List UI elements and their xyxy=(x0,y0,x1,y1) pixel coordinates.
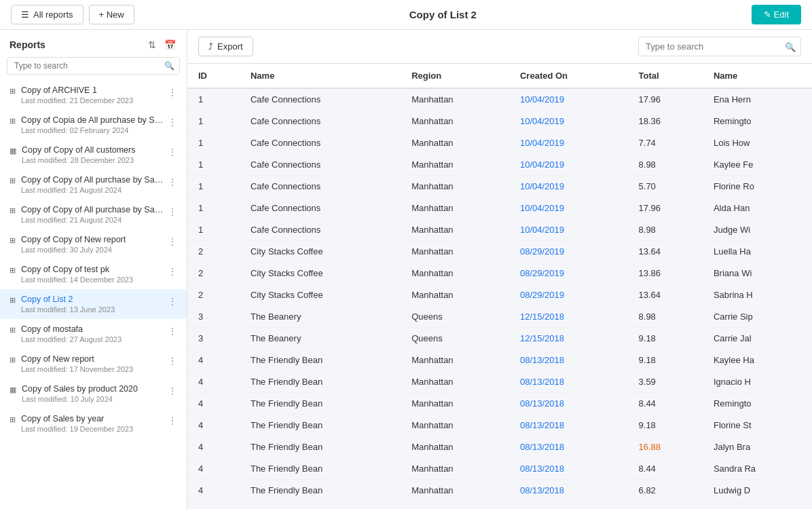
sidebar-item-menu-icon[interactable]: ⋮ xyxy=(165,86,180,99)
sidebar-item-left: ▦ Copy of Copy of All customers Last mod… xyxy=(10,145,165,164)
sort-icon-button[interactable]: ⇅ xyxy=(147,38,158,52)
cell-id: 4 xyxy=(187,415,240,436)
cell-person: Kaylee Fe xyxy=(703,154,812,176)
cell-created-on: 12/15/2018 xyxy=(509,306,628,328)
table-row: 4 The Friendly Bean Manhattan 08/13/2018… xyxy=(187,458,812,480)
cell-id: 2 xyxy=(187,263,240,284)
sidebar-item-text: Copy of Copia de All purchase by Sa... L… xyxy=(21,115,165,134)
sidebar-item-copy-all-purchase-1[interactable]: ⊞ Copy of Copy of All purchase by San...… xyxy=(0,170,187,200)
cell-total: 5.70 xyxy=(628,176,703,197)
sidebar-item-menu-icon[interactable]: ⋮ xyxy=(165,115,180,129)
new-button[interactable]: + New xyxy=(89,5,134,24)
sidebar-item-copy-mostafa[interactable]: ⊞ Copy of mostafa Last modified: 27 Augu… xyxy=(0,319,187,349)
cell-id: 4 xyxy=(187,393,240,415)
cell-region: Manhattan xyxy=(401,88,509,111)
sidebar-item-copy-archive-1[interactable]: ⊞ Copy of ARCHIVE 1 Last modified: 21 De… xyxy=(0,80,187,110)
report-icon: ⊞ xyxy=(10,415,16,424)
cell-created-on: 08/13/2018 xyxy=(509,350,628,371)
table-row: 1 Cafe Connections Manhattan 10/04/2019 … xyxy=(187,154,812,176)
sidebar-item-menu-icon[interactable]: ⋮ xyxy=(165,145,180,159)
sidebar-item-name: Copy of New report xyxy=(21,354,165,364)
cell-region: Manhattan xyxy=(401,219,509,241)
cell-person: Ludwig D xyxy=(703,480,812,502)
cell-person: Carrie Sip xyxy=(703,306,812,328)
content-search-icon: 🔍 xyxy=(785,41,796,52)
sidebar-item-left: ▦ Copy of Sales by product 2020 Last mod… xyxy=(10,384,165,403)
cell-id: 1 xyxy=(187,88,240,111)
sidebar-item-copy-all-customers[interactable]: ▦ Copy of Copy of All customers Last mod… xyxy=(0,140,187,170)
sidebar-item-menu-icon[interactable]: ⋮ xyxy=(165,175,180,189)
sidebar-item-menu-icon[interactable]: ⋮ xyxy=(165,354,180,368)
edit-button[interactable]: ✎ Edit xyxy=(752,5,801,24)
cell-created-on: 06/12/2018 xyxy=(509,502,628,510)
cell-region: Manhattan xyxy=(401,415,509,436)
table-row: 1 Cafe Connections Manhattan 10/04/2019 … xyxy=(187,219,812,241)
table-row: 3 The Beanery Queens 12/15/2018 8.98 Car… xyxy=(187,306,812,328)
cell-name: Cafe Connections xyxy=(240,154,401,176)
sidebar-item-left: ⊞ Copy of ARCHIVE 1 Last modified: 21 De… xyxy=(10,86,165,105)
cell-total: 8.44 xyxy=(628,458,703,480)
export-button[interactable]: ⤴ Export xyxy=(198,37,253,56)
sidebar-item-menu-icon[interactable]: ⋮ xyxy=(165,324,180,338)
sidebar-item-copy-new-report-2[interactable]: ⊞ Copy of New report Last modified: 17 N… xyxy=(0,349,187,379)
sidebar-item-copy-test-pk[interactable]: ⊞ Copy of Copy of test pk Last modified:… xyxy=(0,259,187,289)
sidebar-item-menu-icon[interactable]: ⋮ xyxy=(165,384,180,398)
sidebar-item-menu-icon[interactable]: ⋮ xyxy=(165,205,180,219)
content-search-input[interactable] xyxy=(638,37,801,56)
cell-name: The Friendly Bean xyxy=(240,371,401,393)
cell-person: Alda Han xyxy=(703,197,812,219)
cell-name: Cafe Connections xyxy=(240,219,401,241)
sidebar-item-copy-copia[interactable]: ⊞ Copy of Copia de All purchase by Sa...… xyxy=(0,110,187,140)
sidebar-item-name: Copy of List 2 xyxy=(21,295,165,304)
table-row: 4 The Friendly Bean Manhattan 08/13/2018… xyxy=(187,415,812,436)
table-row: 4 The Friendly Bean Manhattan 08/13/2018… xyxy=(187,350,812,371)
cell-total: 13.86 xyxy=(628,263,703,284)
col-header-id: ID xyxy=(187,64,240,88)
cell-total: 9.18 xyxy=(628,350,703,371)
cell-person: Carrie Jal xyxy=(703,328,812,350)
sidebar-item-copy-sales-product[interactable]: ▦ Copy of Sales by product 2020 Last mod… xyxy=(0,379,187,409)
sidebar-item-copy-new-report[interactable]: ⊞ Copy of Copy of New report Last modifi… xyxy=(0,229,187,259)
sidebar-item-menu-icon[interactable]: ⋮ xyxy=(165,414,180,428)
cell-region: Manhattan xyxy=(401,154,509,176)
cell-total: 9.18 xyxy=(628,415,703,436)
table-wrapper: IDNameRegionCreated OnTotalName 1 Cafe C… xyxy=(187,64,812,509)
cell-region: Manhattan xyxy=(401,111,509,132)
cell-created-on: 08/13/2018 xyxy=(509,480,628,502)
sidebar-item-menu-icon[interactable]: ⋮ xyxy=(165,295,180,308)
cell-person: Kaylee Ha xyxy=(703,350,812,371)
cell-id: 1 xyxy=(187,132,240,154)
sidebar-item-copy-sales-year[interactable]: ⊞ Copy of Sales by year Last modified: 1… xyxy=(0,409,187,438)
cell-created-on: 08/13/2018 xyxy=(509,415,628,436)
table-row: 1 Cafe Connections Manhattan 10/04/2019 … xyxy=(187,88,812,111)
cell-person: Florine St xyxy=(703,415,812,436)
cell-person: Briana Wi xyxy=(703,263,812,284)
report-icon: ⊞ xyxy=(10,356,16,364)
sidebar-item-name: Copy of Sales by year xyxy=(21,414,165,423)
sidebar-item-name: Copy of Copy of test pk xyxy=(21,265,165,274)
table-row: 4 The Friendly Bean Manhattan 08/13/2018… xyxy=(187,436,812,458)
cell-region: Manhattan xyxy=(401,263,509,284)
table-row: 5 Caffeine Machine Manhattan 06/12/2018 … xyxy=(187,502,812,510)
sidebar-item-date: Last modified: 27 August 2023 xyxy=(21,335,165,343)
sidebar-item-copy-list-2[interactable]: ⊞ Copy of List 2 Last modified: 13 June … xyxy=(0,289,187,319)
sidebar-search-input[interactable] xyxy=(7,57,180,75)
cell-name: Cafe Connections xyxy=(240,88,401,111)
sidebar-item-copy-all-purchase-2[interactable]: ⊞ Copy of Copy of All purchase by San...… xyxy=(0,200,187,229)
calendar-icon-button[interactable]: 📅 xyxy=(163,38,177,52)
col-header-region: Region xyxy=(401,64,509,88)
cell-total: 17.96 xyxy=(628,502,703,510)
cell-region: Manhattan xyxy=(401,393,509,415)
cell-name: Cafe Connections xyxy=(240,176,401,197)
cell-total: 7.74 xyxy=(628,132,703,154)
export-label: Export xyxy=(217,41,243,52)
sidebar-item-date: Last modified: 10 July 2024 xyxy=(22,395,165,403)
content-search-wrapper: 🔍 xyxy=(638,37,801,56)
cell-name: The Friendly Bean xyxy=(240,436,401,458)
main-layout: Reports ⇅ 📅 🔍 ⊞ Copy of ARCHIVE 1 Last m… xyxy=(0,30,812,509)
table-row: 3 The Beanery Queens 12/15/2018 9.18 Car… xyxy=(187,328,812,350)
cell-total: 17.96 xyxy=(628,197,703,219)
all-reports-button[interactable]: ☰ All reports xyxy=(11,5,84,24)
sidebar-item-menu-icon[interactable]: ⋮ xyxy=(165,235,180,248)
sidebar-item-menu-icon[interactable]: ⋮ xyxy=(165,265,180,278)
